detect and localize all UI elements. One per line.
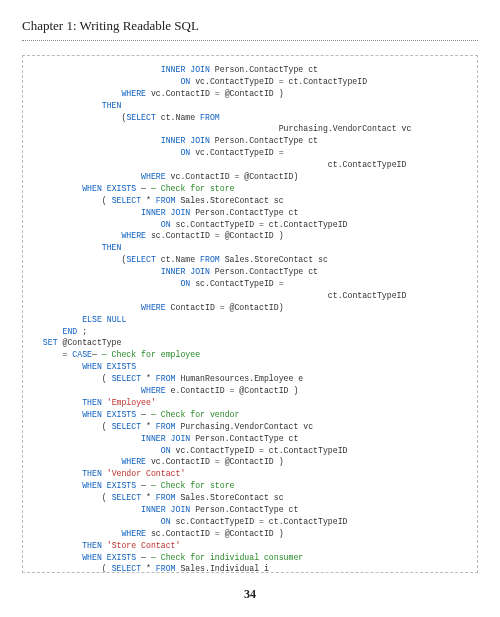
text-token: Purchasing.VendorContact vc (176, 422, 314, 431)
text-token: Sales.StoreContact sc (176, 196, 284, 205)
string-token: 'Employee' (107, 398, 156, 407)
text-token: sc.ContactID = @ContactID ) (146, 529, 284, 538)
keyword-token: WHERE (121, 529, 146, 538)
text-token: Sales.StoreContact sc (220, 255, 328, 264)
code-line: ct.ContactTypeID (33, 159, 471, 171)
code-block: INNER JOIN Person.ContactType ct ON vc.C… (22, 55, 478, 573)
code-line: ON sc.ContactTypeID = (33, 278, 471, 290)
text-token: * (141, 374, 156, 383)
code-line: ( SELECT * FROM Sales.StoreContact sc (33, 492, 471, 504)
text-token: vc.ContactID = @ContactID ) (146, 457, 284, 466)
code-line: ct.ContactTypeID (33, 290, 471, 302)
keyword-token: SET (43, 338, 58, 347)
keyword-token: ON (161, 220, 171, 229)
text-token: ( (102, 422, 112, 431)
text-token: * (141, 196, 156, 205)
text-token: vc.ContactTypeID = (190, 148, 283, 157)
keyword-token: WHEN (82, 481, 102, 490)
text-token: HumanResources.Employee e (176, 374, 304, 383)
text-token: Sales.StoreContact sc (176, 493, 284, 502)
keyword-token: WHERE (141, 172, 166, 181)
text-token: — (136, 184, 151, 193)
string-token: 'Vendor Contact' (107, 469, 186, 478)
code-line: (SELECT ct.Name FROM Sales.StoreContact … (33, 254, 471, 266)
keyword-token: CASE (72, 350, 92, 359)
text-token: ( (102, 493, 112, 502)
text-token: ( (102, 374, 112, 383)
code-line: THEN (33, 242, 471, 254)
keyword-token: WHERE (121, 457, 146, 466)
text-token: Person.ContactType ct (210, 136, 318, 145)
code-line: INNER JOIN Person.ContactType ct (33, 135, 471, 147)
keyword-token: THEN (102, 243, 122, 252)
keyword-token: INNER JOIN (141, 208, 190, 217)
text-token: — (136, 553, 151, 562)
keyword-token: SELECT (112, 493, 141, 502)
code-line: THEN 'Store Contact' (33, 540, 471, 552)
text-token: ContactID = @ContactID) (166, 303, 284, 312)
text-token: ; (77, 327, 87, 336)
text-token: sc.ContactTypeID = (190, 279, 283, 288)
text-token: Person.ContactType ct (210, 65, 318, 74)
text-token: vc.ContactTypeID = ct.ContactTypeID (171, 446, 348, 455)
keyword-token: FROM (156, 374, 176, 383)
comment-token: — Check for store (151, 184, 235, 193)
text-token: sc.ContactTypeID = ct.ContactTypeID (171, 517, 348, 526)
text-token: — (136, 481, 151, 490)
keyword-token: THEN (82, 541, 102, 550)
keyword-token: INNER JOIN (141, 434, 190, 443)
keyword-token: ON (161, 517, 171, 526)
text-token: ct.Name (156, 113, 200, 122)
keyword-token: THEN (82, 469, 102, 478)
code-line: WHERE e.ContactID = @ContactID ) (33, 385, 471, 397)
text-token: = (62, 350, 72, 359)
keyword-token: FROM (156, 493, 176, 502)
code-line: THEN 'Vendor Contact' (33, 468, 471, 480)
keyword-token: WHERE (121, 89, 146, 98)
keyword-token: SELECT (112, 564, 141, 573)
text-token: vc.ContactID = @ContactID ) (146, 89, 284, 98)
keyword-token: WHEN (82, 553, 102, 562)
code-line: WHEN EXISTS — — Check for store (33, 480, 471, 492)
code-line: WHERE vc.ContactID = @ContactID) (33, 171, 471, 183)
text-token: vc.ContactTypeID = ct.ContactTypeID (190, 77, 367, 86)
keyword-token: INNER JOIN (161, 267, 210, 276)
keyword-token: FROM (156, 564, 176, 573)
code-line: THEN (33, 100, 471, 112)
comment-token: — Check for store (151, 481, 235, 490)
code-line: WHERE vc.ContactID = @ContactID ) (33, 88, 471, 100)
text-token: ct.ContactTypeID (328, 291, 407, 300)
text-token: — (136, 410, 151, 419)
code-line: WHEN EXISTS (33, 361, 471, 373)
comment-token: — Check for employee (102, 350, 200, 359)
comment-token: — Check for vendor (151, 410, 239, 419)
text-token: sc.ContactTypeID = ct.ContactTypeID (171, 220, 348, 229)
code-line: ( SELECT * FROM Sales.Individual i (33, 563, 471, 573)
code-line: WHERE vc.ContactID = @ContactID ) (33, 456, 471, 468)
keyword-token: INNER JOIN (141, 505, 190, 514)
text-token: * (141, 564, 156, 573)
keyword-token: ON (161, 446, 171, 455)
text-token: Person.ContactType ct (190, 208, 298, 217)
keyword-token: SELECT (126, 255, 155, 264)
code-line: INNER JOIN Person.ContactType ct (33, 504, 471, 516)
chapter-title: Chapter 1: Writing Readable SQL (22, 18, 478, 34)
code-line: ( SELECT * FROM Sales.StoreContact sc (33, 195, 471, 207)
string-token: 'Store Contact' (107, 541, 181, 550)
code-line: WHEN EXISTS — — Check for individual con… (33, 552, 471, 564)
code-line: ON sc.ContactTypeID = ct.ContactTypeID (33, 516, 471, 528)
keyword-token: ON (180, 279, 190, 288)
code-line: WHERE sc.ContactID = @ContactID ) (33, 528, 471, 540)
code-line: ON vc.ContactTypeID = ct.ContactTypeID (33, 445, 471, 457)
text-token: Person.ContactType ct (190, 505, 298, 514)
text-token: ct.Name (156, 255, 200, 264)
keyword-token: FROM (156, 422, 176, 431)
keyword-token: INNER JOIN (161, 65, 210, 74)
code-line: ON vc.ContactTypeID = ct.ContactTypeID (33, 76, 471, 88)
keyword-token: EXISTS (107, 553, 136, 562)
code-line: = CASE— — Check for employee (33, 349, 471, 361)
code-line: INNER JOIN Person.ContactType ct (33, 207, 471, 219)
keyword-token: WHEN (82, 410, 102, 419)
keyword-token: SELECT (112, 196, 141, 205)
keyword-token: EXISTS (107, 184, 136, 193)
